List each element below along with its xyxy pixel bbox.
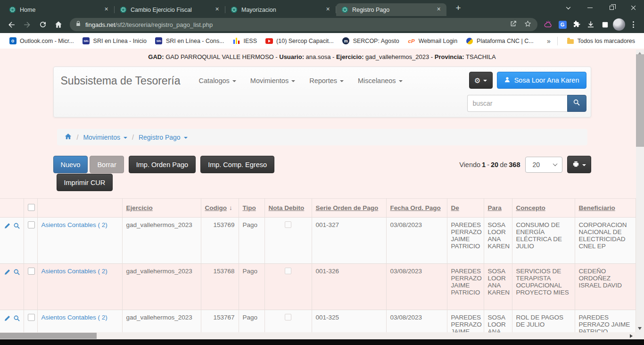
back-icon[interactable] [4, 17, 19, 32]
print-menu-button[interactable] [567, 156, 591, 173]
app-title: Subsistema de Tesorería [61, 75, 181, 87]
sercop-icon: m [342, 37, 350, 45]
caret-icon [124, 137, 127, 139]
menu-catalogos[interactable]: Catalogos [192, 77, 243, 84]
close-tab-icon[interactable]: × [213, 6, 221, 14]
tab-registro-pago-active[interactable]: Registro Pago × [336, 3, 446, 16]
caret-icon [291, 80, 295, 82]
asientos-contables-link[interactable]: Asientos Contables ( 2) [41, 221, 107, 228]
youtube-icon [265, 37, 273, 45]
asientos-contables-link[interactable]: Asientos Contables ( 2) [41, 314, 107, 321]
edit-icon[interactable] [4, 222, 11, 231]
row-checkbox[interactable] [28, 268, 35, 275]
translate-extension-icon[interactable]: G [556, 17, 569, 32]
share-icon[interactable] [509, 20, 517, 30]
search-button[interactable] [567, 95, 586, 112]
scroll-down-icon[interactable] [638, 327, 642, 330]
close-tab-icon[interactable]: × [324, 6, 332, 14]
scroll-right-icon[interactable] [630, 334, 633, 338]
edit-icon[interactable] [4, 315, 11, 323]
table-header-row: Ejercicio Codigo↓ Tipo Nota Debito Serie… [0, 199, 636, 218]
horizontal-scrollbar[interactable] [0, 332, 636, 339]
breadcrumb-registro-pago[interactable]: Registro Pago [139, 134, 188, 141]
site-favicon [230, 6, 238, 14]
home-nav-icon[interactable] [51, 17, 66, 32]
cloud-extension-icon[interactable] [542, 17, 555, 32]
bookmark-sercop-agosto[interactable]: m SERCOP: Agosto [338, 35, 404, 47]
view-icon[interactable] [13, 269, 20, 277]
breadcrumb-movimientos[interactable]: Movimientos [83, 134, 127, 141]
bookmark-sercop-youtube[interactable]: (10) Sercop Capacit... [261, 35, 338, 47]
bookmark-sri-inicio[interactable]: SRi SRI en Línea - Inicio [78, 35, 151, 47]
actions-toolbar: Nuevo Borrar Imp. Orden Pago Imp. Comp. … [53, 156, 591, 191]
sort-desc-icon: ↓ [229, 204, 232, 211]
vertical-scrollbar-thumb[interactable] [636, 54, 644, 147]
bookmark-sri-consultas[interactable]: SRi SRI en Línea - Cons... [151, 35, 229, 47]
view-icon[interactable] [13, 315, 20, 323]
menu-miscelaneos[interactable]: Miscelaneos [351, 77, 410, 84]
site-favicon [341, 6, 348, 14]
search-input[interactable] [467, 95, 567, 112]
vertical-scrollbar[interactable] [636, 50, 644, 332]
side-panel-icon[interactable] [598, 17, 611, 32]
downloads-icon[interactable] [584, 17, 597, 32]
menu-movimientos[interactable]: Movimientos [243, 77, 302, 84]
tab-mayorizacion[interactable]: Mayorizacion × [225, 3, 336, 16]
session-info-bar: GAD: GAD PARROQUIAL VALLE HERMOSO - Usua… [0, 49, 644, 65]
print-icon [572, 160, 579, 169]
minimize-icon[interactable] [579, 0, 601, 16]
bookmark-outlook[interactable]: o Outlook.com - Micr... [5, 35, 78, 47]
header-para: Para [484, 199, 512, 218]
close-tab-icon[interactable]: × [435, 6, 443, 14]
asientos-contables-link[interactable]: Asientos Contables ( 2) [41, 268, 107, 275]
all-bookmarks-button[interactable]: Todos los marcadores [562, 35, 639, 47]
browser-menu-icon[interactable] [627, 17, 640, 32]
bookmark-cnc[interactable]: Plataforma CNC | C... [462, 35, 538, 47]
settings-button[interactable]: ⚙ [469, 72, 493, 89]
profile-avatar[interactable] [612, 17, 626, 32]
edit-icon[interactable] [4, 269, 11, 277]
header-fecha: Fecha Ord. Pago [386, 199, 447, 218]
new-button[interactable]: Nuevo [53, 156, 88, 173]
bookmarks-overflow-icon[interactable]: » [545, 37, 553, 45]
header-de: De [447, 199, 484, 218]
bookmark-iess[interactable]: IESS [229, 35, 262, 47]
tab-search-icon[interactable] [557, 0, 579, 16]
cnc-icon [466, 37, 473, 45]
new-tab-icon[interactable]: + [452, 3, 464, 13]
page-size-select[interactable]: 20 [525, 157, 562, 173]
row-checkbox[interactable] [28, 314, 35, 321]
close-window-icon[interactable] [622, 0, 644, 16]
caret-icon [232, 80, 236, 82]
view-icon[interactable] [13, 222, 20, 231]
print-expense-receipt-button[interactable]: Imp. Comp. Egreso [200, 156, 274, 173]
select-all-checkbox[interactable] [28, 204, 35, 211]
restore-icon[interactable] [601, 0, 622, 16]
extensions-puzzle-icon[interactable] [570, 17, 583, 32]
close-tab-icon[interactable]: × [102, 6, 110, 14]
site-favicon [119, 6, 127, 14]
print-cur-button[interactable]: Imprimir CUR [57, 174, 113, 191]
reload-icon[interactable] [35, 17, 50, 32]
bottom-strip [0, 339, 644, 345]
home-icon[interactable] [64, 133, 72, 142]
cpanel-icon: cP [408, 37, 415, 45]
bookmark-star-icon[interactable] [524, 20, 532, 30]
menu-reportes[interactable]: Reportes [302, 77, 351, 84]
tab-cambio-ejercicio[interactable]: Cambio Ejercicio Fiscal × [115, 3, 225, 16]
user-button[interactable]: Sosa Loor Ana Karen [497, 72, 586, 89]
print-payment-order-button[interactable]: Imp. Orden Pago [129, 156, 196, 173]
address-bar[interactable]: fingads.net/sf2/tesoreria/registro_pago_… [70, 18, 537, 31]
tab-home[interactable]: Home × [4, 3, 114, 16]
forward-icon[interactable] [20, 17, 34, 32]
gear-icon: ⚙ [474, 77, 480, 84]
horizontal-scrollbar-thumb[interactable] [0, 333, 97, 339]
bookmark-webmail[interactable]: cP Webmail Login [404, 35, 462, 47]
row-checkbox[interactable] [28, 221, 35, 228]
delete-button[interactable]: Borrar [90, 156, 124, 173]
chevron-down-icon [553, 161, 557, 166]
page-content: GAD: GAD PARROQUIAL VALLE HERMOSO - Usua… [0, 49, 644, 345]
records-table: Ejercicio Codigo↓ Tipo Nota Debito Serie… [0, 198, 636, 341]
folder-icon [567, 37, 574, 45]
header-select-all [24, 199, 37, 218]
